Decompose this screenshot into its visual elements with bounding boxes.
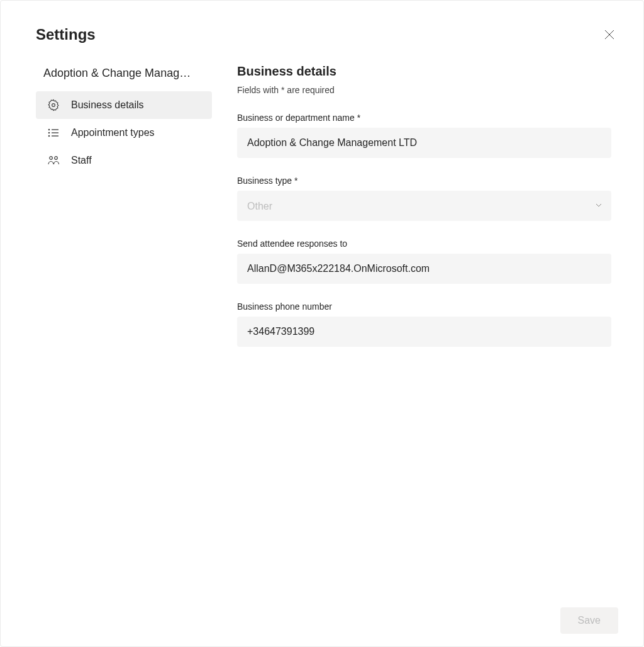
business-type-select[interactable]: Other xyxy=(237,191,611,221)
field-responses-to: Send attendee responses to xyxy=(237,239,618,284)
dialog-title: Settings xyxy=(36,26,96,43)
dialog-header: Settings xyxy=(36,26,618,45)
field-business-type: Business type * Other xyxy=(237,176,618,221)
dialog-footer: Save xyxy=(237,595,618,634)
sidebar-item-label: Appointment types xyxy=(71,127,155,138)
gear-icon xyxy=(47,99,60,111)
svg-point-3 xyxy=(48,129,49,130)
sidebar-item-label: Business details xyxy=(71,99,144,111)
people-icon xyxy=(47,154,60,167)
section-hint: Fields with * are required xyxy=(237,85,618,95)
phone-label: Business phone number xyxy=(237,301,618,312)
sidebar-item-appointment-types[interactable]: Appointment types xyxy=(36,119,212,147)
svg-point-10 xyxy=(55,157,58,160)
field-business-name: Business or department name * xyxy=(237,113,618,158)
section-title: Business details xyxy=(237,64,618,79)
settings-sidebar: Adoption & Change Manag… Business detail… xyxy=(36,64,212,634)
settings-main: Business details Fields with * are requi… xyxy=(237,64,618,634)
svg-point-7 xyxy=(48,135,49,136)
list-icon xyxy=(47,127,60,139)
dialog-body: Adoption & Change Manag… Business detail… xyxy=(36,64,618,634)
svg-point-2 xyxy=(52,104,55,107)
business-name-label: Business or department name * xyxy=(237,113,618,123)
phone-input[interactable] xyxy=(237,317,611,347)
close-button[interactable] xyxy=(601,26,618,45)
business-type-label: Business type * xyxy=(237,176,618,186)
field-phone: Business phone number xyxy=(237,301,618,347)
business-type-select-wrapper: Other xyxy=(237,191,611,221)
sidebar-item-staff[interactable]: Staff xyxy=(36,147,212,174)
close-icon xyxy=(604,31,614,42)
svg-point-5 xyxy=(48,132,49,133)
responses-to-input[interactable] xyxy=(237,254,611,284)
sidebar-item-business-details[interactable]: Business details xyxy=(36,91,212,119)
settings-dialog: Settings Adoption & Change Manag… B xyxy=(0,0,644,647)
sidebar-item-label: Staff xyxy=(71,155,92,166)
save-button[interactable]: Save xyxy=(560,607,618,634)
org-name: Adoption & Change Manag… xyxy=(36,64,212,91)
business-name-input[interactable] xyxy=(237,128,611,158)
svg-point-9 xyxy=(50,157,53,160)
responses-to-label: Send attendee responses to xyxy=(237,239,618,249)
